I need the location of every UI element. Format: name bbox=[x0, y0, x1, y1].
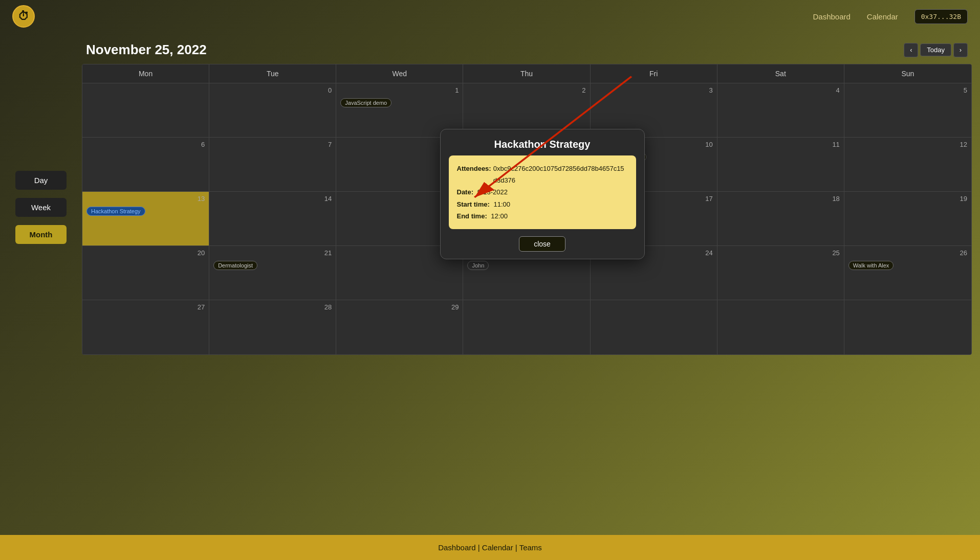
day-cell-2-0[interactable]: 13Hackathon Strategy bbox=[82, 192, 209, 245]
day-cell-1-0[interactable]: 6 bbox=[82, 138, 209, 191]
day-number: 27 bbox=[86, 303, 205, 311]
day-header-tue: Tue bbox=[209, 64, 336, 83]
today-button[interactable]: Today bbox=[920, 43, 951, 56]
start-value: 11:00 bbox=[492, 198, 510, 210]
day-header-sat: Sat bbox=[717, 64, 844, 83]
day-number: 28 bbox=[213, 303, 332, 311]
day-cell-3-1[interactable]: 21Dermatologist bbox=[209, 246, 336, 300]
calendar-title: November 25, 2022 bbox=[86, 42, 207, 58]
day-header-wed: Wed bbox=[336, 64, 463, 83]
day-header-thu: Thu bbox=[463, 64, 590, 83]
wallet-badge: 0x37...32B bbox=[914, 9, 968, 24]
footer: Dashboard | Calendar | Teams bbox=[0, 535, 980, 560]
day-number: 25 bbox=[722, 249, 840, 257]
attendees-label: Attendees: bbox=[457, 163, 491, 187]
end-value: 12:00 bbox=[489, 210, 508, 222]
day-cell-2-6[interactable]: 19 bbox=[844, 192, 971, 245]
event-chip[interactable]: John bbox=[467, 261, 489, 270]
prev-button[interactable]: ‹ bbox=[904, 43, 918, 57]
calendar-grid: Mon Tue Wed Thu Fri Sat Sun 01JavaScript… bbox=[82, 64, 972, 355]
day-number: 0 bbox=[213, 86, 332, 94]
modal-close-row: close bbox=[441, 229, 644, 259]
day-cell-1-5[interactable]: 11 bbox=[717, 138, 844, 191]
day-cell-0-1[interactable]: 0 bbox=[209, 83, 336, 137]
day-number: 2 bbox=[467, 86, 585, 94]
day-button[interactable]: Day bbox=[15, 171, 67, 190]
day-cell-3-5[interactable]: 25 bbox=[717, 246, 844, 300]
event-chip[interactable]: JavaScript demo bbox=[340, 98, 391, 107]
week-button[interactable]: Week bbox=[15, 198, 67, 217]
day-cell-0-5[interactable]: 4 bbox=[717, 83, 844, 137]
day-cell-2-5[interactable]: 18 bbox=[717, 192, 844, 245]
modal-box: Hackathon Strategy Attendees: 0xbc9c276c… bbox=[440, 129, 645, 260]
nav-calendar[interactable]: Calendar bbox=[867, 12, 898, 21]
day-headers: Mon Tue Wed Thu Fri Sat Sun bbox=[82, 64, 971, 83]
attendees-row: Attendees: 0xbc9c276c200c1075d72856dd78b… bbox=[457, 163, 628, 187]
day-header-mon: Mon bbox=[82, 64, 209, 83]
day-cell-4-5[interactable] bbox=[717, 300, 844, 354]
day-number: 6 bbox=[86, 141, 205, 148]
calendar-header: November 25, 2022 ‹ Today › bbox=[82, 38, 972, 64]
modal-title: Hackathon Strategy bbox=[441, 129, 644, 155]
day-number: 1 bbox=[340, 86, 459, 94]
day-cell-0-6[interactable]: 5 bbox=[844, 83, 971, 137]
day-cell-4-4[interactable] bbox=[591, 300, 717, 354]
day-number: 12 bbox=[848, 141, 967, 148]
day-header-fri: Fri bbox=[591, 64, 717, 83]
date-row: Date: 9-13-2022 bbox=[457, 186, 628, 198]
day-cell-4-1[interactable]: 28 bbox=[209, 300, 336, 354]
day-number: 14 bbox=[213, 195, 332, 203]
month-button[interactable]: Month bbox=[15, 225, 67, 244]
day-cell-2-1[interactable]: 14 bbox=[209, 192, 336, 245]
day-number: 29 bbox=[340, 303, 459, 311]
start-label: Start time: bbox=[457, 198, 490, 210]
attendees-value: 0xbc9c276c200c1075d72856dd78b4657c15d3d3… bbox=[493, 163, 628, 187]
day-number: 26 bbox=[848, 249, 967, 257]
event-chip[interactable]: Walk with Alex bbox=[848, 261, 894, 270]
day-cell-3-6[interactable]: 26Walk with Alex bbox=[844, 246, 971, 300]
date-label: Date: bbox=[457, 186, 474, 198]
event-chip[interactable]: Hackathon Strategy bbox=[86, 207, 145, 216]
next-button[interactable]: › bbox=[953, 43, 968, 57]
day-cell-4-3[interactable] bbox=[463, 300, 590, 354]
day-number: 5 bbox=[848, 86, 967, 94]
date-value: 9-13-2022 bbox=[475, 186, 508, 198]
day-cell-1-1[interactable]: 7 bbox=[209, 138, 336, 191]
event-chip[interactable]: Dermatologist bbox=[213, 261, 257, 270]
day-number: 21 bbox=[213, 249, 332, 257]
main-area: Day Week Month November 25, 2022 ‹ Today… bbox=[0, 33, 980, 535]
footer-text: Dashboard | Calendar | Teams bbox=[438, 543, 542, 552]
day-number: 20 bbox=[86, 249, 205, 257]
week-row-4: 272829 bbox=[82, 300, 971, 354]
day-cell-3-0[interactable]: 20 bbox=[82, 246, 209, 300]
day-number: 3 bbox=[595, 86, 713, 94]
day-number: 18 bbox=[722, 195, 840, 203]
nav-controls: ‹ Today › bbox=[904, 43, 968, 57]
day-cell-4-2[interactable]: 29 bbox=[336, 300, 463, 354]
start-row: Start time: 11:00 bbox=[457, 198, 628, 210]
day-cell-4-6[interactable] bbox=[844, 300, 971, 354]
end-label: End time: bbox=[457, 210, 487, 222]
nav-links: Dashboard Calendar 0x37...32B bbox=[813, 9, 968, 24]
day-number: 19 bbox=[848, 195, 967, 203]
nav-dashboard[interactable]: Dashboard bbox=[813, 12, 850, 21]
calendar-container: November 25, 2022 ‹ Today › Mon Tue Wed … bbox=[82, 38, 980, 535]
day-cell-0-0[interactable] bbox=[82, 83, 209, 137]
day-number: 11 bbox=[722, 141, 840, 148]
day-header-sun: Sun bbox=[844, 64, 971, 83]
top-nav: ⏱ Dashboard Calendar 0x37...32B bbox=[0, 0, 980, 33]
day-number: 13 bbox=[86, 195, 205, 203]
day-number: 7 bbox=[213, 141, 332, 148]
day-number: 4 bbox=[722, 86, 840, 94]
day-cell-1-6[interactable]: 12 bbox=[844, 138, 971, 191]
end-row: End time: 12:00 bbox=[457, 210, 628, 222]
sidebar: Day Week Month bbox=[0, 38, 82, 535]
logo: ⏱ bbox=[12, 5, 35, 28]
close-button[interactable]: close bbox=[519, 236, 565, 252]
day-cell-4-0[interactable]: 27 bbox=[82, 300, 209, 354]
modal-details: Attendees: 0xbc9c276c200c1075d72856dd78b… bbox=[449, 155, 636, 230]
